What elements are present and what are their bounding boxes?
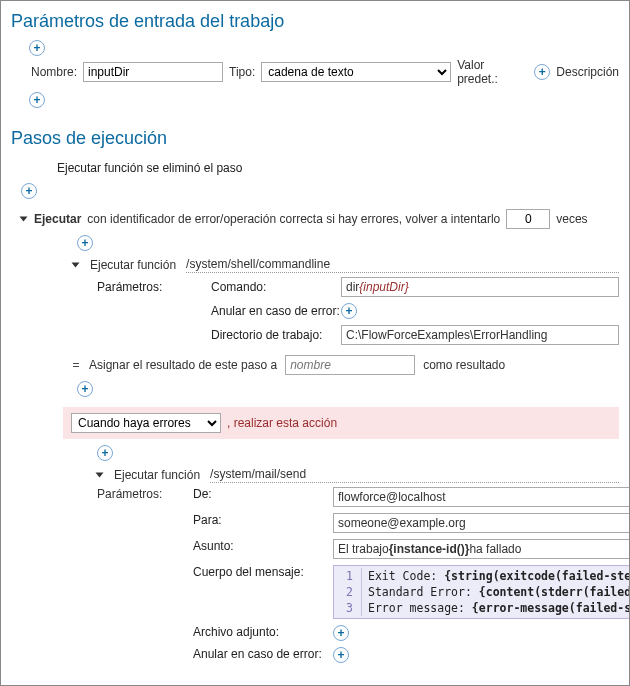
retry-text-1: con identificador de error/operación cor…	[87, 212, 500, 226]
code-line: 3 Error message: {error-message(failed-s…	[334, 600, 630, 616]
wd-label: Directorio de trabajo:	[211, 328, 341, 342]
body-label: Cuerpo del mensaje:	[193, 565, 333, 579]
subject-label: Asunto:	[193, 539, 333, 553]
section-title-input-params: Parámetros de entrada del trabajo	[1, 1, 629, 38]
to-value: someone@example.org	[338, 516, 466, 530]
fn1-path[interactable]: /system/shell/commandline	[186, 257, 619, 273]
subject-input[interactable]: El trabajo {instance-id()} ha fallado	[333, 539, 630, 559]
subject-suffix: ha fallado	[469, 542, 521, 556]
subject-prefix: El trabajo	[338, 542, 389, 556]
section-title-steps: Pasos de ejecución	[1, 118, 629, 155]
expand-fn2-icon[interactable]	[96, 473, 104, 478]
add-param-top-button[interactable]: +	[29, 40, 45, 56]
cmd-label: Comando:	[211, 280, 341, 294]
line-num: 2	[334, 584, 362, 600]
assign-label: Asignar el resultado de este paso a	[89, 358, 277, 372]
attach-label: Archivo adjunto:	[193, 625, 333, 639]
from-value: flowforce@localhost	[338, 490, 446, 504]
type-select[interactable]: cadena de texto	[261, 62, 451, 82]
abort2-add-button[interactable]: +	[333, 647, 349, 663]
attach-add-button[interactable]: +	[333, 625, 349, 641]
from-label: De:	[193, 487, 333, 501]
error-condition-bar: Cuando haya errores , realizar esta acci…	[63, 407, 619, 439]
assign-suffix: como resultado	[423, 358, 505, 372]
assign-row: = Asignar el resultado de este paso a co…	[11, 349, 629, 379]
exec-fn1-label: Ejecutar función	[90, 258, 176, 272]
name-input[interactable]	[83, 62, 223, 82]
abort1-label: Anular en caso de error:	[211, 304, 341, 318]
name-label: Nombre:	[31, 65, 77, 79]
code-line: 2 Standard Error: {content(stderr(failed…	[334, 584, 630, 600]
assign-name-input[interactable]	[285, 355, 415, 375]
error-suffix: , realizar esta acción	[227, 416, 337, 430]
deleted-step-text: Ejecutar función se eliminó el paso	[11, 155, 629, 181]
params1-label: Parámetros:	[97, 280, 211, 294]
add-substep-top-button[interactable]: +	[77, 235, 93, 251]
add-param-bottom-button[interactable]: +	[29, 92, 45, 108]
retry-step-header: Ejecutar con identificador de error/oper…	[11, 205, 629, 233]
code-line: 1 Exit Code: {string(exitcode(failed-ste…	[334, 568, 630, 584]
params2-label: Parámetros:	[97, 487, 193, 501]
cmd-input[interactable]: dir{inputDir}	[341, 277, 619, 297]
exec-fn2-label: Ejecutar función	[114, 468, 200, 482]
cmd-prefix: dir	[346, 280, 359, 294]
fn2-path[interactable]: /system/mail/send	[210, 467, 619, 483]
line-num: 3	[334, 600, 362, 616]
subject-expr: {instance-id()}	[389, 542, 470, 556]
abort2-label: Anular en caso de error:	[193, 647, 333, 661]
param-row: Nombre: Tipo: cadena de texto Valor pred…	[1, 58, 629, 90]
to-input[interactable]: someone@example.org	[333, 513, 630, 533]
expand-fn1-icon[interactable]	[72, 263, 80, 268]
desc-label: Descripción	[556, 65, 619, 79]
error-condition-select[interactable]: Cuando haya errores	[71, 413, 221, 433]
add-step-before-button[interactable]: +	[21, 183, 37, 199]
abort1-add-button[interactable]: +	[341, 303, 357, 319]
to-label: Para:	[193, 513, 333, 527]
retry-text-2: veces	[556, 212, 587, 226]
cmd-var: {inputDir}	[359, 280, 408, 294]
line-num: 1	[334, 568, 362, 584]
equals-icon: =	[71, 358, 81, 372]
exec-label: Ejecutar	[34, 212, 81, 226]
add-default-button[interactable]: +	[534, 64, 550, 80]
add-errorstep-top-button[interactable]: +	[97, 445, 113, 461]
body-codebox[interactable]: 1 Exit Code: {string(exitcode(failed-ste…	[333, 565, 630, 619]
wd-value: C:\FlowForceExamples\ErrorHandling	[346, 328, 547, 342]
from-input[interactable]: flowforce@localhost	[333, 487, 630, 507]
type-label: Tipo:	[229, 65, 255, 79]
wd-input[interactable]: C:\FlowForceExamples\ErrorHandling	[341, 325, 619, 345]
add-substep-mid-button[interactable]: +	[77, 381, 93, 397]
expand-step-icon[interactable]	[20, 217, 28, 222]
default-label: Valor predet.:	[457, 58, 528, 86]
retry-count-input[interactable]	[506, 209, 550, 229]
